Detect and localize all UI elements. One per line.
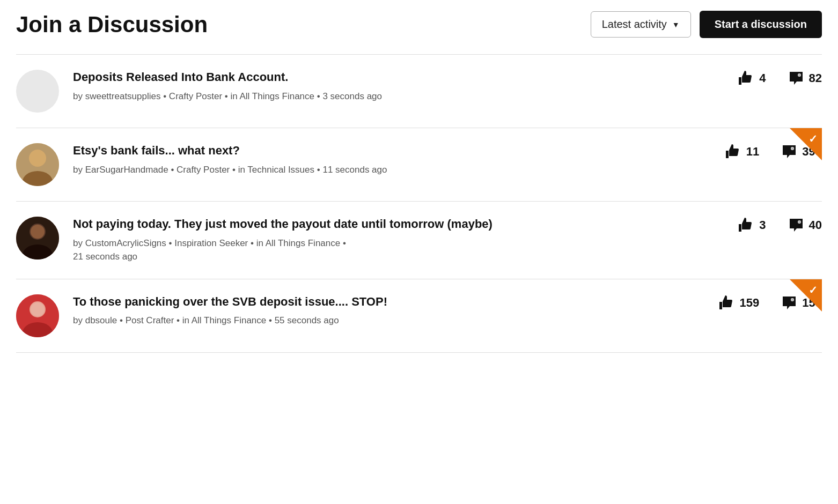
- start-discussion-button[interactable]: Start a discussion: [700, 11, 822, 38]
- discussion-content: Deposits Released Into Bank Account. by …: [73, 70, 716, 103]
- discussion-title: Etsy's bank fails... what next?: [73, 143, 703, 159]
- comment-count: 40: [788, 217, 822, 234]
- thumbs-up-icon: [725, 143, 742, 160]
- svg-point-5: [30, 151, 45, 166]
- comment-icon: [788, 217, 805, 234]
- page-title: Join a Discussion: [16, 12, 208, 38]
- like-count: 159: [718, 294, 760, 312]
- discussion-meta: by EarSugarHandmade • Crafty Poster • in…: [73, 163, 703, 177]
- svg-point-17: [31, 302, 45, 316]
- discussion-meta: by CustomAcrylicSigns • Inspiration Seek…: [73, 236, 716, 264]
- discussion-stats: 3 40: [738, 217, 822, 234]
- chevron-down-icon: ▼: [672, 20, 680, 29]
- comment-number: 82: [809, 71, 822, 85]
- sort-label: Latest activity: [602, 18, 667, 31]
- avatar: [16, 70, 59, 113]
- discussion-stats: 4 82: [738, 70, 822, 87]
- like-number: 11: [746, 145, 759, 159]
- like-number: 4: [759, 71, 766, 85]
- thumbs-up-icon: [738, 70, 755, 87]
- svg-point-13: [798, 221, 800, 224]
- sort-dropdown[interactable]: Latest activity ▼: [591, 11, 691, 38]
- avatar: [16, 143, 59, 186]
- discussion-meta: by dbsoule • Post Crafter • in All Thing…: [73, 314, 697, 328]
- thumbs-up-icon: [718, 294, 736, 312]
- discussion-item[interactable]: To those panicking over the SVB deposit …: [16, 279, 822, 353]
- discussion-content: To those panicking over the SVB deposit …: [73, 294, 697, 328]
- like-count: 4: [738, 70, 766, 87]
- like-count: 3: [738, 217, 766, 234]
- thumbs-up-icon: [738, 217, 755, 234]
- svg-point-1: [798, 74, 800, 77]
- discussion-title: Not paying today. They just moved the pa…: [73, 217, 716, 232]
- discussion-content: Not paying today. They just moved the pa…: [73, 217, 716, 264]
- comment-count: 82: [788, 70, 822, 87]
- discussion-item[interactable]: Deposits Released Into Bank Account. by …: [16, 54, 822, 128]
- discussion-item[interactable]: Etsy's bank fails... what next? by EarSu…: [16, 128, 822, 201]
- like-number: 3: [759, 218, 766, 232]
- discussion-title: To those panicking over the SVB deposit …: [73, 294, 697, 310]
- page-header: Join a Discussion Latest activity ▼ Star…: [16, 11, 822, 38]
- avatar: [16, 217, 59, 260]
- like-count: 11: [725, 143, 759, 160]
- header-actions: Latest activity ▼ Start a discussion: [591, 11, 822, 38]
- like-number: 159: [740, 296, 760, 310]
- discussion-content: Etsy's bank fails... what next? by EarSu…: [73, 143, 703, 176]
- comment-number: 40: [809, 218, 822, 232]
- discussion-list: Deposits Released Into Bank Account. by …: [16, 54, 822, 353]
- discussion-item[interactable]: Not paying today. They just moved the pa…: [16, 201, 822, 279]
- avatar: [16, 294, 59, 337]
- discussion-meta: by sweettreatsupplies • Crafty Poster • …: [73, 90, 716, 103]
- new-badge: [790, 128, 822, 160]
- comment-icon: [788, 70, 805, 87]
- svg-point-11: [31, 225, 45, 239]
- discussion-title: Deposits Released Into Bank Account.: [73, 70, 716, 85]
- new-badge: [790, 279, 822, 312]
